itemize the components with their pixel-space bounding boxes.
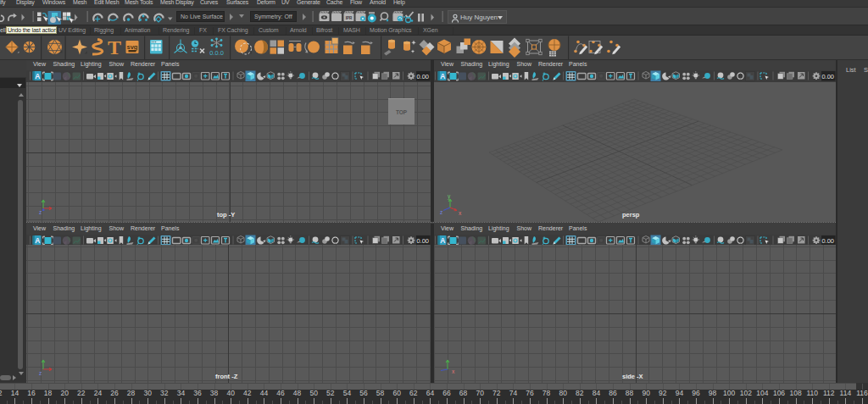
svg-text:z: z — [39, 209, 42, 215]
svg-text:A: A — [440, 72, 445, 80]
svg-text:svg: svg — [127, 43, 138, 51]
svg-text:x: x — [459, 210, 462, 216]
svg-text:IPR: IPR — [346, 16, 353, 20]
svg-text:0.00: 0.00 — [416, 237, 429, 245]
svg-text:A: A — [35, 236, 40, 245]
svg-text:z: z — [39, 370, 42, 376]
svg-text:0.00: 0.00 — [821, 237, 834, 245]
svg-text:0.0.0: 0.0.0 — [209, 49, 224, 57]
svg-text:T: T — [108, 36, 121, 58]
svg-text:0.00: 0.00 — [821, 73, 834, 80]
svg-text:A: A — [440, 236, 445, 245]
svg-text:A: A — [35, 72, 40, 80]
svg-text:0.00: 0.00 — [416, 73, 429, 80]
svg-text:z: z — [440, 209, 442, 215]
svg-text:x: x — [452, 368, 455, 374]
